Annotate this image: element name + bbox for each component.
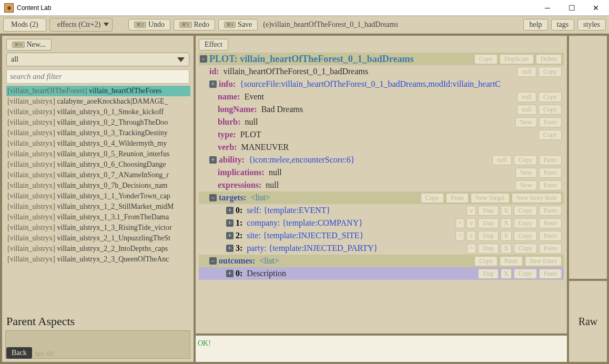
copy-button[interactable]: Copy bbox=[514, 206, 537, 216]
x-button[interactable]: X bbox=[501, 206, 512, 216]
list-item[interactable]: [villain_ulstryx] villain_ulstryx_1_1_Yo… bbox=[6, 191, 190, 201]
up-button[interactable]: ^ bbox=[455, 218, 465, 228]
expand-icon[interactable] bbox=[226, 245, 234, 252]
field-name[interactable]: name: Event nullCopy bbox=[199, 90, 564, 103]
list-item[interactable]: [villain_ulstryx] villain_ulstryx_1_3_Ri… bbox=[6, 223, 190, 233]
field-ability[interactable]: ability: {icon:melee,encounterScore:6} n… bbox=[199, 154, 564, 166]
minimize-button[interactable]: ─ bbox=[535, 1, 560, 15]
new-entry-button[interactable]: New Entry bbox=[525, 256, 562, 266]
copy-button[interactable]: Copy bbox=[539, 105, 562, 115]
effects-list[interactable]: [villain_heartOfTheForest] villain_heart… bbox=[6, 86, 190, 310]
list-item[interactable]: [villain_ulstryx] villain_ulstryx_1_3.1_… bbox=[6, 212, 190, 223]
dup-button[interactable]: Dup bbox=[478, 206, 499, 216]
list-item[interactable]: [villain_ulstryx] villain_ulstryx_0_1_Sm… bbox=[6, 107, 190, 117]
effects-tab[interactable]: effects (Ctr+2) bbox=[49, 18, 113, 32]
paste-button[interactable]: Paste bbox=[539, 155, 562, 165]
paste-button[interactable]: Paste bbox=[539, 180, 562, 190]
paste-button[interactable]: Paste bbox=[539, 218, 562, 228]
help-button[interactable]: help bbox=[523, 19, 547, 31]
tags-button[interactable]: tags bbox=[551, 19, 575, 31]
copy-button[interactable]: Copy bbox=[474, 256, 498, 266]
list-item[interactable]: [villain_heartOfTheForest] villain_heart… bbox=[6, 86, 190, 96]
list-item[interactable]: [villain_ulstryx] villain_ulstryx_0_7b_D… bbox=[6, 180, 190, 191]
field-verb[interactable]: verb: MANEUVER bbox=[199, 141, 564, 154]
maximize-button[interactable]: ☐ bbox=[560, 1, 584, 15]
close-button[interactable]: ✕ bbox=[584, 1, 608, 15]
expand-icon[interactable] bbox=[209, 80, 217, 88]
list-item[interactable]: [villain_ulstryx] villain_ulstryx_2_3_Qu… bbox=[6, 254, 190, 265]
copy-button[interactable]: Copy bbox=[421, 193, 444, 203]
plot-header-row[interactable]: PLOT: villain_heartOfTheForest_0_1_badDr… bbox=[199, 53, 564, 65]
field-outcomes[interactable]: outcomes: <list> CopyPasteNew Entry bbox=[199, 255, 564, 267]
target-3[interactable]: 3: party: {template:INJECTED_PARTY} ^Dup… bbox=[199, 242, 564, 255]
field-implications[interactable]: implications: null NewPaste bbox=[199, 166, 564, 179]
list-item[interactable]: [villain_ulstryx] villain_ulstryx_0_3_Tr… bbox=[6, 128, 190, 138]
expand-icon[interactable] bbox=[209, 156, 217, 164]
outcome-0[interactable]: 0: Description DupXCopyPaste bbox=[199, 267, 564, 280]
duplicate-button[interactable]: Duplicate bbox=[500, 54, 534, 64]
null-button[interactable]: null bbox=[492, 155, 512, 165]
list-item[interactable]: [villain_ulstryx] villain_ulstryx_0_7_AN… bbox=[6, 170, 190, 180]
copy-button[interactable]: Copy bbox=[514, 155, 537, 165]
copy-button[interactable]: Copy bbox=[539, 67, 562, 77]
copy-button[interactable]: Copy bbox=[474, 54, 498, 64]
paste-button[interactable]: Paste bbox=[500, 256, 522, 266]
new-button[interactable]: New bbox=[515, 180, 537, 190]
save-button[interactable]: ⌘SSave bbox=[218, 19, 258, 31]
list-item[interactable]: [villain_ulstryx] villain_ulstryx_0_2_Th… bbox=[6, 117, 190, 128]
list-item[interactable]: [villain_ulstryx] calabyne_aoeKnockback|… bbox=[6, 96, 190, 107]
expand-icon[interactable] bbox=[226, 207, 234, 214]
dup-button[interactable]: Dup bbox=[478, 218, 499, 228]
copy-button[interactable]: Copy bbox=[514, 218, 537, 228]
paste-button[interactable]: Paste bbox=[539, 206, 562, 216]
collapse-icon[interactable] bbox=[200, 55, 207, 63]
list-item[interactable]: [villain_ulstryx] villain_ulstryx_0_5_Re… bbox=[6, 149, 190, 159]
list-item[interactable]: [villain_ulstryx] villain_ulstryx_2_1_Un… bbox=[6, 233, 190, 244]
field-expressions[interactable]: expressions: null NewPaste bbox=[199, 179, 564, 191]
paste-button[interactable]: Paste bbox=[539, 168, 562, 178]
x-button[interactable]: X bbox=[501, 218, 512, 228]
dup-button[interactable]: Dup bbox=[478, 269, 499, 279]
filter-select[interactable]: all bbox=[6, 53, 189, 66]
new-button[interactable]: New bbox=[515, 117, 537, 127]
paste-button[interactable]: Paste bbox=[539, 117, 562, 127]
expand-icon[interactable] bbox=[226, 270, 234, 277]
field-blurb[interactable]: blurb: null NewPaste bbox=[199, 116, 564, 128]
paste-button[interactable]: Paste bbox=[539, 231, 562, 241]
back-button[interactable]: Back bbox=[6, 347, 32, 359]
redo-button[interactable]: ⌘YRedo bbox=[174, 19, 215, 31]
copy-button[interactable]: Copy bbox=[514, 269, 537, 279]
new-button[interactable]: New bbox=[515, 168, 537, 178]
target-2[interactable]: 2: site: {template:INJECTED_SITE} ^vDupX… bbox=[199, 229, 564, 242]
x-button[interactable]: X bbox=[501, 269, 512, 279]
up-button[interactable]: ^ bbox=[455, 231, 465, 241]
mods-button[interactable]: Mods (2) bbox=[3, 18, 46, 32]
search-input[interactable] bbox=[6, 69, 189, 84]
paste-button[interactable]: Paste bbox=[539, 244, 562, 254]
dup-button[interactable]: Dup bbox=[478, 244, 499, 254]
paste-button[interactable]: Paste bbox=[446, 193, 469, 203]
target-0[interactable]: 0: self: {template:EVENT} vDupXCopyPaste bbox=[199, 204, 564, 217]
field-targets[interactable]: targets: <list> CopyPasteNew TargetNew S… bbox=[199, 191, 564, 204]
new-story-role-button[interactable]: New Story Role bbox=[512, 193, 562, 203]
down-button[interactable]: v bbox=[466, 206, 476, 216]
dup-button[interactable]: Dup bbox=[478, 231, 499, 241]
copy-button[interactable]: Copy bbox=[514, 231, 537, 241]
null-button[interactable]: null bbox=[517, 92, 536, 102]
target-1[interactable]: 1: company: {template:COMPANY} ^vDupXCop… bbox=[199, 217, 564, 229]
effect-button[interactable]: Effect bbox=[199, 39, 228, 50]
up-button[interactable]: ^ bbox=[467, 244, 476, 254]
list-item[interactable]: [villain_ulstryx] villain_ulstryx_0_6_Ch… bbox=[6, 159, 190, 170]
field-info[interactable]: info: {sourceFile:villain_heartOfTheFore… bbox=[199, 78, 564, 90]
field-type[interactable]: type: PLOT Copy bbox=[199, 128, 564, 141]
x-button[interactable]: X bbox=[501, 231, 512, 241]
copy-button[interactable]: Copy bbox=[539, 130, 562, 140]
new-target-button[interactable]: New Target bbox=[471, 193, 510, 203]
copy-button[interactable]: Copy bbox=[514, 244, 537, 254]
field-id[interactable]: id: villain_heartOfTheForest_0_1_badDrea… bbox=[199, 65, 564, 78]
list-item[interactable]: [villain_ulstryx] villain_ulstryx_2_2_In… bbox=[6, 244, 190, 254]
raw-panel[interactable]: Raw bbox=[569, 281, 607, 362]
paste-button[interactable]: Paste bbox=[539, 269, 562, 279]
list-item[interactable]: [villain_ulstryx] villain_ulstryx_0_4_Wi… bbox=[6, 138, 190, 149]
delete-button[interactable]: Delete bbox=[536, 54, 562, 64]
